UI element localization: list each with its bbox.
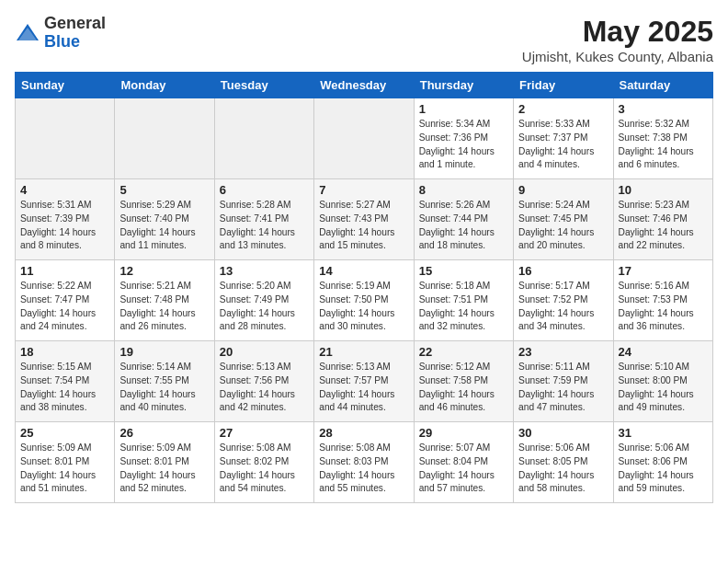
day-number: 9 [518,183,608,197]
logo-icon [15,20,40,46]
day-info: Sunrise: 5:26 AM Sunset: 7:44 PM Dayligh… [419,199,508,253]
weekday-header: Sunday [16,73,115,98]
calendar-cell: 3Sunrise: 5:32 AM Sunset: 7:38 PM Daylig… [613,98,712,179]
weekday-header: Tuesday [214,73,313,98]
calendar-cell [314,98,414,179]
day-info: Sunrise: 5:07 AM Sunset: 8:04 PM Dayligh… [419,442,508,496]
calendar-week-row: 11Sunrise: 5:22 AM Sunset: 7:47 PM Dayli… [16,260,713,341]
weekday-header: Saturday [613,73,712,98]
calendar-cell: 11Sunrise: 5:22 AM Sunset: 7:47 PM Dayli… [16,260,115,341]
calendar-cell: 10Sunrise: 5:23 AM Sunset: 7:46 PM Dayli… [613,179,712,260]
calendar-cell: 17Sunrise: 5:16 AM Sunset: 7:53 PM Dayli… [613,260,712,341]
day-info: Sunrise: 5:33 AM Sunset: 7:37 PM Dayligh… [518,118,608,172]
day-info: Sunrise: 5:08 AM Sunset: 8:02 PM Dayligh… [220,442,309,496]
weekday-header: Wednesday [314,73,414,98]
location: Ujmisht, Kukes County, Albania [522,49,713,64]
calendar-cell: 19Sunrise: 5:14 AM Sunset: 7:55 PM Dayli… [115,341,214,422]
calendar-cell: 21Sunrise: 5:13 AM Sunset: 7:57 PM Dayli… [314,341,414,422]
day-number: 12 [119,264,209,278]
calendar-cell: 24Sunrise: 5:10 AM Sunset: 8:00 PM Dayli… [613,341,712,422]
day-number: 15 [419,264,508,278]
day-info: Sunrise: 5:06 AM Sunset: 8:06 PM Dayligh… [619,442,708,496]
calendar-cell: 9Sunrise: 5:24 AM Sunset: 7:45 PM Daylig… [514,179,613,260]
day-number: 27 [220,426,309,440]
calendar-cell: 23Sunrise: 5:11 AM Sunset: 7:59 PM Dayli… [514,341,613,422]
calendar-cell: 22Sunrise: 5:12 AM Sunset: 7:58 PM Dayli… [414,341,513,422]
day-info: Sunrise: 5:31 AM Sunset: 7:39 PM Dayligh… [20,199,109,253]
day-info: Sunrise: 5:06 AM Sunset: 8:05 PM Dayligh… [518,442,608,496]
calendar-cell: 7Sunrise: 5:27 AM Sunset: 7:43 PM Daylig… [314,179,414,260]
day-number: 21 [319,345,408,359]
day-info: Sunrise: 5:22 AM Sunset: 7:47 PM Dayligh… [20,280,109,334]
calendar-cell: 2Sunrise: 5:33 AM Sunset: 7:37 PM Daylig… [514,98,613,179]
day-info: Sunrise: 5:08 AM Sunset: 8:03 PM Dayligh… [319,442,408,496]
calendar-cell: 8Sunrise: 5:26 AM Sunset: 7:44 PM Daylig… [414,179,513,260]
day-number: 20 [220,345,309,359]
day-number: 24 [619,345,708,359]
day-info: Sunrise: 5:27 AM Sunset: 7:43 PM Dayligh… [319,199,408,253]
calendar-cell: 6Sunrise: 5:28 AM Sunset: 7:41 PM Daylig… [214,179,313,260]
title-block: May 2025 Ujmisht, Kukes County, Albania [522,15,713,64]
day-number: 14 [319,264,408,278]
day-info: Sunrise: 5:21 AM Sunset: 7:48 PM Dayligh… [119,280,209,334]
day-info: Sunrise: 5:34 AM Sunset: 7:36 PM Dayligh… [419,118,508,172]
calendar-cell: 1Sunrise: 5:34 AM Sunset: 7:36 PM Daylig… [414,98,513,179]
calendar-cell [16,98,115,179]
weekday-header: Friday [514,73,613,98]
calendar-cell: 20Sunrise: 5:13 AM Sunset: 7:56 PM Dayli… [214,341,313,422]
day-number: 5 [119,183,209,197]
calendar-cell: 30Sunrise: 5:06 AM Sunset: 8:05 PM Dayli… [514,422,613,503]
day-info: Sunrise: 5:13 AM Sunset: 7:57 PM Dayligh… [319,361,408,415]
logo: General Blue [15,15,106,52]
logo-blue: Blue [44,32,80,51]
day-number: 17 [619,264,708,278]
logo-text: General Blue [44,15,106,52]
day-info: Sunrise: 5:29 AM Sunset: 7:40 PM Dayligh… [119,199,209,253]
day-number: 23 [518,345,608,359]
calendar-cell: 14Sunrise: 5:19 AM Sunset: 7:50 PM Dayli… [314,260,414,341]
calendar-week-row: 1Sunrise: 5:34 AM Sunset: 7:36 PM Daylig… [16,98,713,179]
day-number: 31 [619,426,708,440]
calendar-cell: 31Sunrise: 5:06 AM Sunset: 8:06 PM Dayli… [613,422,712,503]
calendar-cell: 12Sunrise: 5:21 AM Sunset: 7:48 PM Dayli… [115,260,214,341]
day-info: Sunrise: 5:09 AM Sunset: 8:01 PM Dayligh… [119,442,209,496]
calendar-cell: 16Sunrise: 5:17 AM Sunset: 7:52 PM Dayli… [514,260,613,341]
day-info: Sunrise: 5:20 AM Sunset: 7:49 PM Dayligh… [220,280,309,334]
day-number: 18 [20,345,109,359]
calendar-cell: 4Sunrise: 5:31 AM Sunset: 7:39 PM Daylig… [16,179,115,260]
day-number: 1 [419,102,508,116]
page-header: General Blue May 2025 Ujmisht, Kukes Cou… [15,15,713,64]
calendar-cell: 27Sunrise: 5:08 AM Sunset: 8:02 PM Dayli… [214,422,313,503]
day-number: 4 [20,183,109,197]
day-info: Sunrise: 5:16 AM Sunset: 7:53 PM Dayligh… [619,280,708,334]
day-info: Sunrise: 5:17 AM Sunset: 7:52 PM Dayligh… [518,280,608,334]
day-info: Sunrise: 5:15 AM Sunset: 7:54 PM Dayligh… [20,361,109,415]
day-number: 30 [518,426,608,440]
month-year: May 2025 [522,15,713,49]
day-info: Sunrise: 5:24 AM Sunset: 7:45 PM Dayligh… [518,199,608,253]
day-info: Sunrise: 5:13 AM Sunset: 7:56 PM Dayligh… [220,361,309,415]
day-number: 22 [419,345,508,359]
calendar-cell: 25Sunrise: 5:09 AM Sunset: 8:01 PM Dayli… [16,422,115,503]
calendar-cell: 29Sunrise: 5:07 AM Sunset: 8:04 PM Dayli… [414,422,513,503]
weekday-header: Monday [115,73,214,98]
day-number: 28 [319,426,408,440]
day-number: 29 [419,426,508,440]
day-info: Sunrise: 5:32 AM Sunset: 7:38 PM Dayligh… [619,118,708,172]
calendar-cell: 5Sunrise: 5:29 AM Sunset: 7:40 PM Daylig… [115,179,214,260]
day-number: 10 [619,183,708,197]
day-info: Sunrise: 5:11 AM Sunset: 7:59 PM Dayligh… [518,361,608,415]
day-info: Sunrise: 5:23 AM Sunset: 7:46 PM Dayligh… [619,199,708,253]
calendar-week-row: 4Sunrise: 5:31 AM Sunset: 7:39 PM Daylig… [16,179,713,260]
day-number: 7 [319,183,408,197]
day-number: 16 [518,264,608,278]
calendar-cell [115,98,214,179]
weekday-header-row: SundayMondayTuesdayWednesdayThursdayFrid… [16,73,713,98]
calendar-week-row: 18Sunrise: 5:15 AM Sunset: 7:54 PM Dayli… [16,341,713,422]
calendar-week-row: 25Sunrise: 5:09 AM Sunset: 8:01 PM Dayli… [16,422,713,503]
calendar-cell [214,98,313,179]
calendar-table: SundayMondayTuesdayWednesdayThursdayFrid… [15,72,713,503]
calendar-cell: 13Sunrise: 5:20 AM Sunset: 7:49 PM Dayli… [214,260,313,341]
day-number: 6 [220,183,309,197]
day-number: 13 [220,264,309,278]
